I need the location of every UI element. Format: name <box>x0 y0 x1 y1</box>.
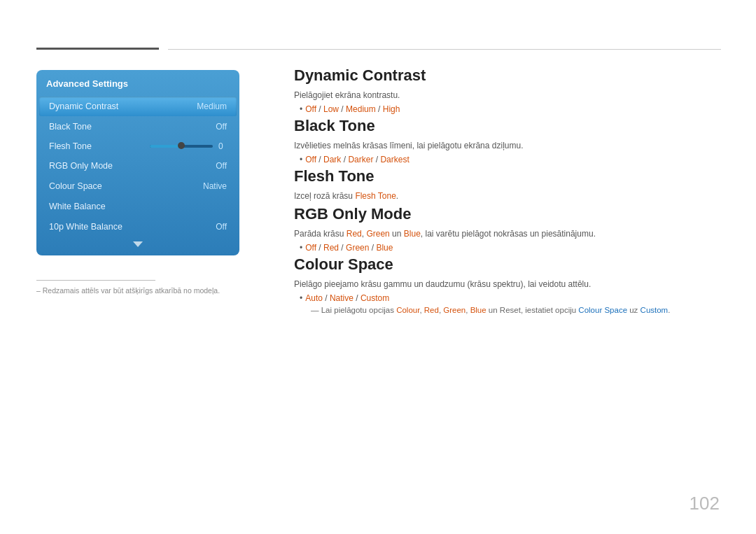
colour-link: Colour <box>396 306 419 314</box>
colour-space-label: Colour Space <box>49 181 102 191</box>
dynamic-contrast-label: Dynamic Contrast <box>49 101 118 111</box>
bullet-item: Auto / Native / Custom <box>300 293 721 303</box>
arrow-down-icon <box>133 241 143 247</box>
right-content: Dynamic Contrast Pielāgojiet ekrāna kont… <box>294 66 721 314</box>
menu-item-black-tone[interactable]: Black Tone Off <box>39 117 237 136</box>
option-off: Off <box>305 243 316 253</box>
section-colour-space: Colour Space Pielāgo pieejamo krāsu gamm… <box>294 255 721 314</box>
custom-link: Custom <box>640 306 668 314</box>
colour-space-sub-note: Lai pielāgotu opcijas Colour, Red, Green… <box>294 306 721 314</box>
dynamic-contrast-title: Dynamic Contrast <box>294 66 721 85</box>
bullet-item: Off / Low / Medium / High <box>300 104 721 114</box>
green-link: Green <box>366 229 389 239</box>
option-red: Red <box>323 243 339 253</box>
flesh-slider-thumb <box>178 142 185 149</box>
menu-item-flesh-tone[interactable]: Flesh Tone 0 <box>39 137 237 155</box>
menu-item-white-balance[interactable]: White Balance <box>39 197 237 216</box>
blue-link: Blue <box>404 229 421 239</box>
green-link2: Green <box>443 306 465 314</box>
10p-white-balance-value: Off <box>216 222 227 232</box>
dynamic-contrast-desc: Pielāgojiet ekrāna kontrastu. <box>294 90 721 100</box>
bullet-item: Off / Dark / Darker / Darkest <box>300 155 721 164</box>
bullet-item: Off / Red / Green / Blue <box>300 243 721 253</box>
option-custom: Custom <box>360 293 389 303</box>
option-high: High <box>383 104 400 114</box>
option-off: Off <box>305 155 316 164</box>
panel-note-divider <box>36 280 155 281</box>
rgb-only-mode-label: RGB Only Mode <box>49 161 113 171</box>
left-panel: Advanced Settings Dynamic Contrast Mediu… <box>36 70 239 255</box>
option-blue: Blue <box>376 243 393 253</box>
rgb-only-mode-title: RGB Only Mode <box>294 205 721 223</box>
section-black-tone: Black Tone Izvēlieties melnās krāsas līm… <box>294 117 721 164</box>
top-line-right <box>168 49 721 50</box>
panel-note: – Redzamais attēls var būt atšķirīgs atk… <box>36 280 239 295</box>
option-darkest: Darkest <box>380 155 409 164</box>
menu-item-10p-white-balance[interactable]: 10p White Balance Off <box>39 217 237 237</box>
top-line-left <box>36 48 159 50</box>
rgb-only-mode-desc: Parāda krāsu Red, Green un Blue, lai var… <box>294 229 721 239</box>
colour-space-bullets: Auto / Native / Custom <box>294 293 721 303</box>
option-green: Green <box>346 243 369 253</box>
black-tone-value: Off <box>216 122 227 132</box>
panel-box: Advanced Settings Dynamic Contrast Mediu… <box>36 70 239 255</box>
flesh-tone-label: Flesh Tone <box>49 141 92 151</box>
red-link: Red <box>346 229 362 239</box>
menu-item-colour-space[interactable]: Colour Space Native <box>39 176 237 196</box>
colour-space-value: Native <box>203 181 227 191</box>
flesh-slider-fill <box>150 145 181 148</box>
panel-arrow[interactable] <box>36 237 239 250</box>
rgb-only-bullets: Off / Red / Green / Blue <box>294 243 721 253</box>
panel-note-text: – Redzamais attēls var būt atšķirīgs atk… <box>36 286 239 295</box>
flesh-slider[interactable] <box>150 145 213 148</box>
dynamic-contrast-bullets: Off / Low / Medium / High <box>294 104 721 114</box>
menu-item-dynamic-contrast[interactable]: Dynamic Contrast Medium <box>39 97 237 116</box>
flesh-tone-link: Flesh Tone <box>355 191 396 201</box>
section-rgb-only-mode: RGB Only Mode Parāda krāsu Red, Green un… <box>294 205 721 253</box>
black-tone-bullets: Off / Dark / Darker / Darkest <box>294 155 721 164</box>
option-off: Off <box>305 104 316 114</box>
10p-white-balance-label: 10p White Balance <box>49 222 122 232</box>
colour-space-title: Colour Space <box>294 255 721 274</box>
colour-space-link: Colour Space <box>578 306 627 314</box>
flesh-tone-title: Flesh Tone <box>294 167 721 185</box>
section-dynamic-contrast: Dynamic Contrast Pielāgojiet ekrāna kont… <box>294 66 721 114</box>
menu-item-rgb-only-mode[interactable]: RGB Only Mode Off <box>39 156 237 176</box>
option-dark: Dark <box>323 155 341 164</box>
red-link2: Red <box>424 306 439 314</box>
page-number: 102 <box>690 493 720 514</box>
white-balance-label: White Balance <box>49 202 106 211</box>
flesh-tone-desc: Izceļ rozā krāsu Flesh Tone. <box>294 191 721 201</box>
option-auto: Auto <box>305 293 323 303</box>
rgb-only-mode-value: Off <box>216 161 227 171</box>
black-tone-desc: Izvēlieties melnās krāsas līmeni, lai pi… <box>294 141 721 150</box>
blue-link2: Blue <box>470 306 486 314</box>
option-medium: Medium <box>346 104 376 114</box>
black-tone-label: Black Tone <box>49 122 92 132</box>
option-darker: Darker <box>348 155 373 164</box>
section-flesh-tone: Flesh Tone Izceļ rozā krāsu Flesh Tone. <box>294 167 721 201</box>
panel-title: Advanced Settings <box>36 78 239 96</box>
flesh-value: 0 <box>218 141 227 151</box>
option-low: Low <box>323 104 339 114</box>
dynamic-contrast-value: Medium <box>197 101 227 111</box>
flesh-slider-container: 0 <box>150 141 227 151</box>
black-tone-title: Black Tone <box>294 117 721 135</box>
colour-space-desc: Pielāgo pieejamo krāsu gammu un daudzumu… <box>294 279 721 289</box>
option-native: Native <box>330 293 354 303</box>
